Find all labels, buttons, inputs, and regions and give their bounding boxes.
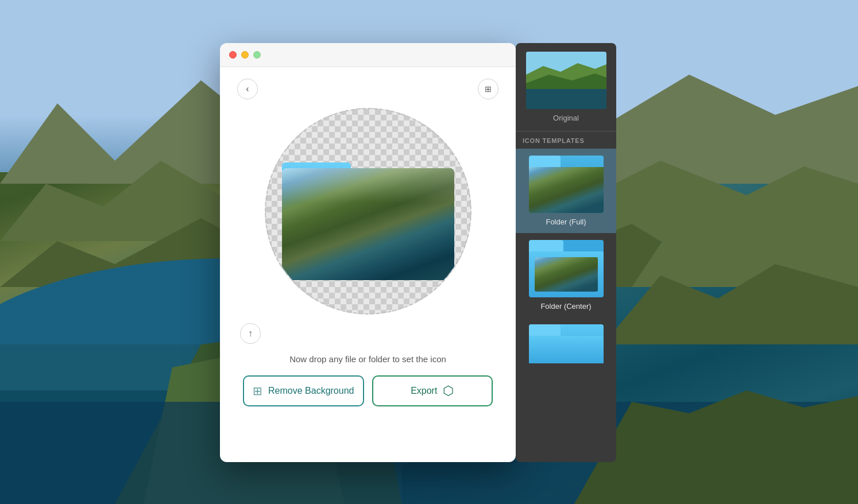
template-item-folder-center[interactable]: Folder (Center)	[516, 233, 616, 317]
checkerboard-icon: ⊞	[253, 384, 262, 398]
folder-center-body	[529, 251, 604, 297]
remove-background-button[interactable]: ⊞ Remove Background	[243, 375, 364, 406]
export-button[interactable]: Export ⬡	[372, 375, 493, 406]
nav-row: ‹ ⊞	[237, 79, 498, 99]
title-bar	[220, 43, 516, 67]
minimize-button[interactable]	[241, 51, 249, 59]
fullscreen-button[interactable]	[253, 51, 261, 59]
settings-button[interactable]: ⊞	[478, 79, 498, 99]
sidebar-original-section: Original	[516, 43, 616, 131]
icon-templates-header: ICON TEMPLATES	[516, 131, 616, 149]
app-window: ‹ ⊞ ↑ Now drop any file or folde	[220, 43, 516, 462]
folder-partial-body	[529, 336, 604, 363]
folder-center-label: Folder (Center)	[540, 302, 591, 311]
sliders-icon: ⊞	[485, 84, 492, 94]
folder-shine	[282, 168, 454, 203]
folder-full-img	[529, 167, 604, 213]
share-btn-row: ↑	[237, 323, 498, 344]
close-button[interactable]	[229, 51, 237, 59]
folder-center-img	[535, 257, 598, 292]
folder-body	[282, 168, 454, 280]
share-button[interactable]: ↑	[240, 323, 261, 344]
svg-rect-17	[526, 89, 606, 109]
drop-hint: Now drop any file or folder to set the i…	[289, 354, 446, 364]
original-thumbnail	[526, 52, 606, 109]
back-icon: ‹	[246, 84, 249, 94]
folder-center-tab	[529, 240, 563, 253]
template-item-folder-partial[interactable]	[516, 317, 616, 363]
folder-preview	[282, 142, 454, 280]
export-label: Export	[411, 386, 437, 396]
preview-circle	[265, 108, 471, 315]
folder-full-body	[529, 167, 604, 213]
export-icon: ⬡	[443, 383, 454, 398]
folder-full-label: Folder (Full)	[546, 218, 586, 226]
traffic-lights	[229, 51, 261, 59]
bottom-actions: ⊞ Remove Background Export ⬡	[237, 375, 498, 412]
folder-full-tab	[529, 156, 561, 168]
sidebar: Original ICON TEMPLATES Folder (Full) Fo…	[516, 43, 616, 462]
back-button[interactable]: ‹	[237, 79, 258, 99]
template-item-folder-full[interactable]: Folder (Full)	[516, 149, 616, 233]
folder-partial-tab	[529, 324, 561, 336]
remove-background-label: Remove Background	[268, 386, 354, 396]
folder-partial-thumbnail	[529, 324, 604, 363]
folder-full-thumbnail	[529, 156, 604, 213]
content-area: ‹ ⊞ ↑ Now drop any file or folde	[220, 67, 516, 462]
folder-center-thumbnail	[529, 240, 604, 297]
share-icon: ↑	[248, 328, 253, 339]
original-label: Original	[553, 114, 579, 122]
